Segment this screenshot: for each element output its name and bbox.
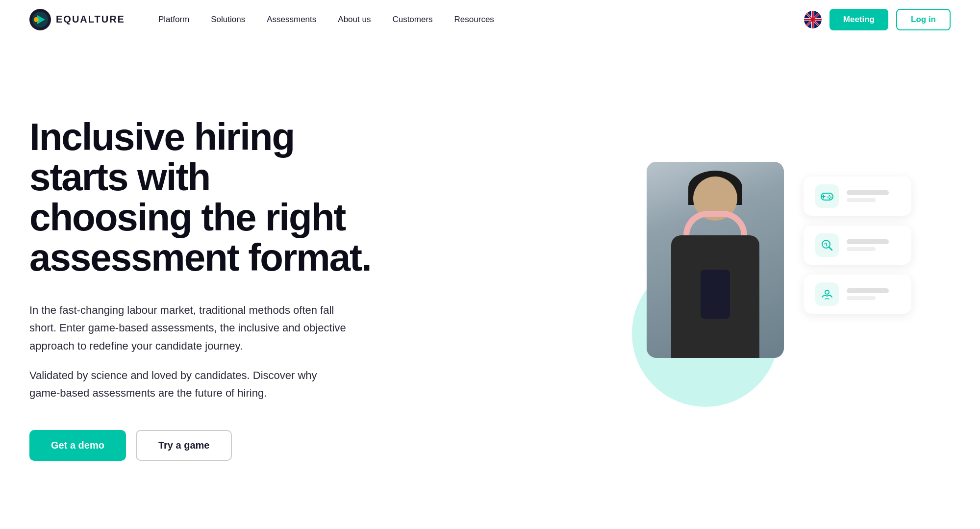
svg-line-13 <box>829 247 832 250</box>
card-line <box>847 239 889 244</box>
svg-point-9 <box>830 196 832 198</box>
card-game-lines <box>847 190 900 202</box>
nav-about[interactable]: About us <box>329 11 379 28</box>
card-line <box>847 190 889 195</box>
navbar-left: EQUALTURE Platform Solutions Assessments… <box>29 9 503 30</box>
hero-content: Inclusive hiring starts with choosing th… <box>29 117 373 460</box>
card-line <box>847 296 876 300</box>
language-selector[interactable] <box>804 11 822 28</box>
card-brain-icon-wrapper <box>815 233 839 257</box>
gamepad-icon <box>820 189 834 203</box>
nav-platform[interactable]: Platform <box>150 11 198 28</box>
card-game <box>804 176 911 216</box>
nav-customers[interactable]: Customers <box>383 11 441 28</box>
navbar: EQUALTURE Platform Solutions Assessments… <box>0 0 980 39</box>
hero-description-2: Validated by science and loved by candid… <box>29 367 348 403</box>
card-brain-lines <box>847 239 900 251</box>
hero-description-1: In the fast-changing labour market, trad… <box>29 302 348 355</box>
nav-solutions[interactable]: Solutions <box>202 11 254 28</box>
meeting-button[interactable]: Meeting <box>829 9 888 30</box>
login-button[interactable]: Log in <box>896 9 951 30</box>
nav-resources[interactable]: Resources <box>446 11 503 28</box>
hero-visual <box>617 162 911 417</box>
card-line <box>847 198 876 202</box>
nav-assessments[interactable]: Assessments <box>258 11 325 28</box>
person-figure <box>647 162 784 358</box>
logo-icon <box>29 9 51 30</box>
person-phone <box>701 270 730 319</box>
floating-cards <box>804 176 911 314</box>
person-headphones <box>683 211 747 235</box>
svg-point-11 <box>828 196 829 198</box>
try-game-button[interactable]: Try a game <box>136 430 232 461</box>
card-brain <box>804 226 911 265</box>
card-line <box>847 247 876 251</box>
hero-section: Inclusive hiring starts with choosing th… <box>0 39 980 529</box>
svg-point-14 <box>825 290 829 294</box>
svg-point-3 <box>34 17 39 22</box>
nav-links: Platform Solutions Assessments About us … <box>150 15 503 25</box>
get-demo-button[interactable]: Get a demo <box>29 430 126 461</box>
logo-link[interactable]: EQUALTURE <box>29 9 125 30</box>
hero-title: Inclusive hiring starts with choosing th… <box>29 117 373 278</box>
card-line <box>847 288 889 293</box>
navbar-right: Meeting Log in <box>804 9 951 30</box>
card-care-lines <box>847 288 900 300</box>
svg-point-10 <box>829 198 830 199</box>
card-care-icon-wrapper <box>815 282 839 306</box>
care-icon <box>820 287 834 301</box>
search-brain-icon <box>820 238 834 252</box>
card-game-icon-wrapper <box>815 184 839 208</box>
svg-point-8 <box>829 195 830 196</box>
brand-name: EQUALTURE <box>56 14 125 25</box>
card-care <box>804 275 911 314</box>
uk-flag-icon <box>804 11 822 28</box>
hero-photo <box>647 162 784 358</box>
person-body <box>671 235 759 358</box>
hero-buttons: Get a demo Try a game <box>29 430 373 461</box>
